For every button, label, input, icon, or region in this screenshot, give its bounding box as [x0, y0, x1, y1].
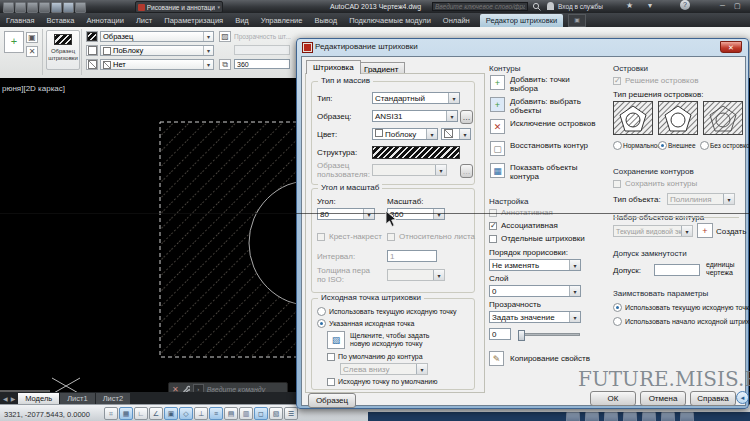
taskbar-icon-3[interactable] [604, 412, 618, 421]
island-normal-tile[interactable] [613, 101, 653, 135]
island-normal-radio[interactable] [613, 141, 622, 150]
store-default-origin-checkbox[interactable] [327, 378, 335, 386]
angle-combo[interactable]: 80 [317, 208, 375, 220]
taskbar-icon-1[interactable] [566, 412, 580, 421]
remove-islands-icon[interactable]: ✕ [26, 46, 38, 57]
set-origin-button[interactable]: ▨ [327, 331, 345, 349]
remove-islands-icon[interactable]: ✕ [490, 119, 505, 134]
island-outer-tile[interactable] [658, 101, 698, 135]
transparency-value-field[interactable]: 0 [489, 328, 511, 340]
add-select-objects-label[interactable]: Добавить: выбрать объекты [510, 98, 598, 116]
selection-cycling-toggle[interactable]: ▧ [269, 407, 283, 420]
help-icon[interactable]: ? [680, 0, 690, 10]
match-properties-icon[interactable]: ✎ [489, 351, 504, 366]
tab-list[interactable]: Лист [130, 14, 158, 27]
save-icon[interactable] [27, 2, 38, 13]
ribbon-minimize-icon[interactable]: ▣ [568, 14, 586, 27]
tab-hatch[interactable]: Штриховка [306, 60, 361, 74]
island-outer-radio[interactable] [658, 141, 667, 150]
tab-vid[interactable]: Вид [229, 14, 255, 27]
match-properties-label[interactable]: Копирование свойств [510, 355, 590, 364]
cancel-button[interactable]: Отмена [640, 391, 686, 406]
exchange-star-icon[interactable]: ★ [626, 1, 633, 10]
redo-icon[interactable] [63, 2, 74, 13]
ribbon-pattern-combo[interactable]: Образец [100, 31, 214, 42]
add-pick-points-icon[interactable]: + [4, 31, 24, 53]
tab-upravlenie[interactable]: Управление [255, 14, 309, 27]
transparency-combo[interactable]: Задать значение [489, 311, 581, 323]
transparency-toggle[interactable]: ▥ [239, 407, 253, 420]
polar-toggle[interactable]: ∠ [149, 407, 163, 420]
layout-nav-right-icon[interactable]: ▶ [11, 395, 19, 402]
tab-annotacii[interactable]: Аннотации [80, 14, 130, 27]
new-boundary-set-label[interactable]: Создать [716, 228, 746, 237]
inherit-source-origin-radio[interactable] [613, 317, 622, 326]
pattern-browse-button[interactable]: … [460, 110, 473, 124]
tab-vstavka[interactable]: Вставка [41, 14, 81, 27]
remove-islands-label[interactable]: Исключение островков [510, 120, 598, 129]
minimize-window-icon[interactable]: ─ [720, 2, 725, 9]
separate-hatches-checkbox[interactable] [489, 235, 497, 243]
hatch-pattern-button[interactable]: Образец штриховки [46, 30, 80, 70]
qat-extra-icon[interactable] [75, 2, 86, 13]
collapse-preview-icon[interactable]: ◄ [736, 391, 749, 404]
add-pick-points-label[interactable]: Добавить: точки выбора [510, 76, 598, 94]
layout-nav-left-icon[interactable]: ◀ [0, 395, 11, 402]
color-combo[interactable]: Поблоку [372, 128, 438, 140]
taskbar-icon-7[interactable] [680, 412, 694, 421]
infocenter-search-input[interactable] [432, 2, 528, 11]
tab-moduli[interactable]: Подключаемые модули [343, 14, 437, 27]
lineweight-toggle[interactable]: ▤ [224, 407, 238, 420]
ribbon-background-combo[interactable]: Нет [100, 59, 214, 70]
tab-online[interactable]: Онлайн [437, 14, 476, 27]
workspace-switcher[interactable]: Рисование и аннотации ▾ [135, 1, 223, 13]
transparency-slider[interactable] [518, 333, 580, 336]
tab-vyvod[interactable]: Вывод [308, 14, 343, 27]
inherit-current-origin-radio[interactable] [613, 303, 622, 312]
ducs-toggle[interactable]: ⊥ [194, 407, 208, 420]
close-icon[interactable]: ✕ [720, 41, 742, 53]
taskbar-icon-4[interactable] [623, 412, 637, 421]
signin-button[interactable]: Вход в службы [558, 3, 603, 10]
open-file-icon[interactable] [15, 2, 26, 13]
search-binoculars-icon[interactable] [532, 2, 541, 11]
snap-toggle[interactable]: ⌗ [104, 407, 118, 420]
default-contour-checkbox[interactable] [327, 353, 335, 361]
pattern-combo[interactable]: ANSI31 [372, 110, 458, 122]
transparency-slider-thumb[interactable] [518, 330, 525, 341]
recreate-boundary-icon[interactable]: ▢ [490, 141, 505, 156]
taskbar-icon-2[interactable] [585, 412, 599, 421]
plot-icon[interactable] [39, 2, 50, 13]
help-button[interactable]: Справка [690, 391, 736, 406]
island-ignore-tile[interactable] [703, 101, 743, 135]
tolerance-field[interactable] [654, 264, 700, 276]
preview-button[interactable]: Образец [308, 393, 356, 408]
draw-order-combo[interactable]: Не изменять [489, 259, 581, 271]
tab-hatch-editor[interactable]: Редактор штриховки [480, 14, 563, 27]
chat-icon[interactable]: ▾ [648, 1, 652, 10]
structure-preview[interactable] [372, 146, 460, 159]
view-selections-icon[interactable]: ▦ [490, 163, 505, 178]
grid-toggle[interactable]: ▦ [119, 407, 133, 420]
use-current-origin-radio[interactable] [317, 307, 326, 316]
recreate-boundary-label[interactable]: Восстановить контур [510, 142, 598, 151]
ribbon-scale-field[interactable]: 360 [234, 59, 290, 69]
quick-props-toggle[interactable]: ◻ [254, 407, 268, 420]
undo-icon[interactable] [51, 2, 62, 13]
add-select-objects-icon[interactable]: + [490, 97, 505, 112]
new-file-icon[interactable] [3, 2, 14, 13]
background-color-combo[interactable] [441, 128, 471, 140]
specified-origin-radio[interactable] [317, 319, 326, 328]
tab-glavnaya[interactable]: Главная [0, 14, 41, 27]
ortho-toggle[interactable]: ∟ [134, 407, 148, 420]
tab-parametrizacia[interactable]: Параметризация [158, 14, 229, 27]
select-objects-icon[interactable]: ▣ [26, 32, 38, 43]
osnap-toggle[interactable]: ▣ [164, 407, 178, 420]
type-combo[interactable]: Стандартный [372, 92, 460, 104]
restore-window-icon[interactable]: ▢ [734, 2, 741, 10]
new-boundary-set-icon[interactable]: + [697, 223, 713, 238]
otrack-toggle[interactable]: ◇ [179, 407, 193, 420]
dyn-input-toggle[interactable]: ≡ [209, 407, 223, 420]
layer-combo[interactable]: 0 [489, 285, 581, 297]
ok-button[interactable]: ОК [590, 391, 636, 406]
